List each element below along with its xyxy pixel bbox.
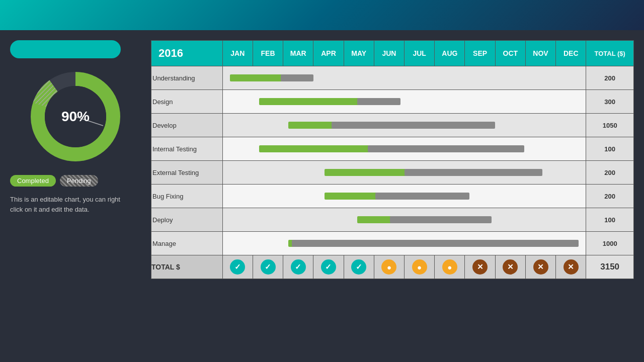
label-external-testing: External Testing bbox=[151, 161, 223, 185]
total-header: TOTAL ($) bbox=[586, 41, 634, 66]
month-mar: MAR bbox=[283, 41, 313, 66]
total-bug-fixing: 200 bbox=[586, 185, 634, 208]
label-understanding: Understanding bbox=[151, 66, 223, 90]
status-mar: ✓ bbox=[283, 255, 313, 279]
row-design: Design 300 bbox=[151, 90, 634, 114]
status-dec: ✕ bbox=[556, 255, 586, 279]
check-icon-mar: ✓ bbox=[291, 259, 306, 275]
status-sep: ✕ bbox=[465, 255, 495, 279]
legend-completed: Completed bbox=[10, 175, 56, 187]
label-internal-testing: Internal Testing bbox=[151, 137, 223, 161]
row-bug-fixing: Bug Fixing 200 bbox=[151, 185, 634, 208]
check-icon-may: ✓ bbox=[351, 259, 366, 275]
status-jan: ✓ bbox=[222, 255, 253, 279]
status-jun: ● bbox=[374, 255, 404, 279]
legend: Completed Pending bbox=[10, 175, 98, 187]
donut-percentage: 90% bbox=[61, 109, 90, 125]
row-external-testing: External Testing 200 bbox=[151, 161, 634, 185]
bar-internal-testing bbox=[222, 137, 586, 161]
total-deploy: 100 bbox=[586, 208, 634, 232]
total-manage: 1000 bbox=[586, 232, 634, 255]
x-icon-dec: ✕ bbox=[564, 259, 579, 275]
bar-design bbox=[222, 90, 586, 114]
label-bug-fixing: Bug Fixing bbox=[151, 185, 223, 208]
month-nov: NOV bbox=[525, 41, 555, 66]
total-understanding: 200 bbox=[586, 66, 634, 90]
month-dec: DEC bbox=[556, 41, 586, 66]
month-oct: OCT bbox=[495, 41, 525, 66]
title-bar bbox=[10, 40, 121, 58]
gantt-table: 2016 JAN FEB MAR APR MAY JUN JUL AUG SEP… bbox=[151, 40, 634, 279]
x-icon-oct: ✕ bbox=[503, 259, 518, 275]
circle-icon-aug: ● bbox=[442, 259, 457, 275]
row-manage: Manage 1000 bbox=[151, 232, 634, 255]
month-jun: JUN bbox=[374, 41, 404, 66]
month-jan: JAN bbox=[222, 41, 253, 66]
bar-bug-fixing bbox=[222, 185, 586, 208]
grand-total: 3150 bbox=[586, 255, 634, 279]
status-aug: ● bbox=[435, 255, 465, 279]
month-sep: SEP bbox=[465, 41, 495, 66]
x-icon-nov: ✕ bbox=[533, 259, 548, 275]
main-content: 90% Completed Pending This is an editabl… bbox=[0, 30, 644, 284]
row-understanding: Understanding 200 bbox=[151, 66, 634, 90]
row-internal-testing: Internal Testing 100 bbox=[151, 137, 634, 161]
total-develop: 1050 bbox=[586, 114, 634, 137]
check-icon-jan: ✓ bbox=[230, 259, 245, 275]
row-develop: Develop 1050 bbox=[151, 114, 634, 137]
row-deploy: Deploy 100 bbox=[151, 208, 634, 232]
month-feb: FEB bbox=[253, 41, 283, 66]
label-design: Design bbox=[151, 90, 223, 114]
x-icon-sep: ✕ bbox=[472, 259, 488, 275]
donut-chart: 90% bbox=[25, 66, 126, 167]
status-jul: ● bbox=[405, 255, 435, 279]
bar-external-testing bbox=[222, 161, 586, 185]
status-feb: ✓ bbox=[253, 255, 283, 279]
status-oct: ✕ bbox=[495, 255, 525, 279]
check-icon-apr: ✓ bbox=[321, 259, 336, 275]
status-nov: ✕ bbox=[525, 255, 555, 279]
month-apr: APR bbox=[313, 41, 344, 66]
total-internal-testing: 100 bbox=[586, 137, 634, 161]
left-panel: 90% Completed Pending This is an editabl… bbox=[10, 40, 141, 279]
total-row-label: TOTAL $ bbox=[151, 255, 223, 279]
label-develop: Develop bbox=[151, 114, 223, 137]
circle-icon-jul: ● bbox=[412, 259, 427, 275]
status-may: ✓ bbox=[344, 255, 374, 279]
circle-icon-jun: ● bbox=[381, 259, 396, 275]
month-may: MAY bbox=[344, 41, 374, 66]
check-icon-feb: ✓ bbox=[261, 259, 276, 275]
bar-develop bbox=[222, 114, 586, 137]
total-design: 300 bbox=[586, 90, 634, 114]
month-aug: AUG bbox=[435, 41, 465, 66]
year-header: 2016 bbox=[151, 41, 223, 66]
description: This is an editable chart, you can right… bbox=[10, 195, 121, 214]
total-external-testing: 200 bbox=[586, 161, 634, 185]
status-apr: ✓ bbox=[313, 255, 344, 279]
bar-manage bbox=[222, 232, 586, 255]
gantt-chart: 2016 JAN FEB MAR APR MAY JUN JUL AUG SEP… bbox=[151, 40, 634, 279]
label-deploy: Deploy bbox=[151, 208, 223, 232]
bar-deploy bbox=[222, 208, 586, 232]
top-bar bbox=[0, 0, 644, 30]
total-row: TOTAL $ ✓ ✓ ✓ ✓ bbox=[151, 255, 634, 279]
label-manage: Manage bbox=[151, 232, 223, 255]
bar-understanding bbox=[222, 66, 586, 90]
legend-pending: Pending bbox=[60, 175, 98, 187]
month-jul: JUL bbox=[405, 41, 435, 66]
header-row: 2016 JAN FEB MAR APR MAY JUN JUL AUG SEP… bbox=[151, 41, 634, 66]
